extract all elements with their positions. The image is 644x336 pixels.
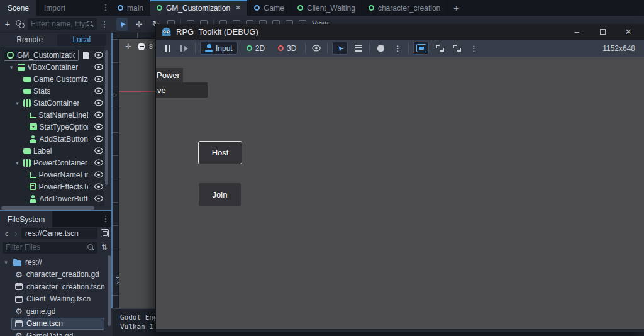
visibility-eye-icon[interactable] [93, 64, 104, 70]
file-row[interactable]: ⚙GameData.gd [0, 330, 107, 336]
split-view-icon[interactable] [101, 229, 109, 237]
attached-script-icon[interactable] [83, 52, 89, 59]
scene-tab-client_waiting[interactable]: Client_Waiting [291, 0, 362, 16]
pause-icon[interactable] [161, 42, 174, 55]
window-resize-border[interactable] [156, 329, 644, 332]
filesystem-menu-dots-icon[interactable]: ⋮ [101, 214, 110, 223]
visibility-eye-icon[interactable] [93, 135, 104, 142]
move-tool-icon[interactable]: ✛ [133, 20, 145, 29]
close-tab-icon[interactable]: ✕ [235, 4, 241, 12]
zoom-out-icon[interactable] [138, 43, 145, 50]
scene-tree-horizontal-scrollbar[interactable] [0, 206, 111, 210]
scene-tab-game[interactable]: Game [248, 0, 291, 16]
scene-tree-node[interactable]: Stats [0, 85, 104, 97]
visibility-eye-icon[interactable] [93, 171, 104, 178]
mode-3d-button[interactable]: 3D [274, 42, 301, 55]
sort-files-icon[interactable]: ⇅ [100, 243, 109, 252]
input-mode-button[interactable]: Input [200, 42, 238, 55]
visibility-eye-icon[interactable] [93, 99, 104, 106]
instance-scene-link-icon[interactable] [16, 20, 25, 28]
scene-tree-node[interactable]: Game Customization [0, 73, 104, 85]
window-titlebar[interactable]: RPG_Toolkit (DEBUG) – ✕ [156, 24, 644, 40]
local-button[interactable]: Local [57, 34, 107, 46]
visibility-eye-icon[interactable] [93, 183, 104, 190]
visibility-eye-icon[interactable] [93, 52, 104, 59]
file-row[interactable]: character_creation.tscn [0, 281, 107, 293]
add-node-icon[interactable]: + [3, 20, 13, 28]
scene-tree-node[interactable]: ▾PowerContainer [0, 157, 104, 169]
select-tool-icon[interactable]: ➤ [116, 18, 128, 31]
scene-tree-node[interactable]: StatTypeOptionButto [0, 121, 104, 133]
file-row[interactable]: Game.tscn [0, 318, 107, 330]
scrollbar-thumb[interactable] [108, 255, 111, 326]
visibility-eye-icon[interactable] [93, 76, 104, 82]
camera-override-button[interactable] [413, 42, 429, 55]
scene-tree-node[interactable]: PowerEffectsTextEdit [0, 181, 104, 193]
minimize-button[interactable]: – [566, 27, 587, 36]
add-scene-tab-button[interactable]: + [447, 0, 465, 16]
dock-menu-dots-icon[interactable]: ⋮ [101, 3, 110, 12]
tab-filesystem[interactable]: FileSystem [0, 211, 52, 227]
next-frame-icon[interactable] [178, 42, 191, 55]
visibility-eye-icon[interactable] [93, 147, 104, 154]
visibility-eye-icon[interactable] [93, 159, 104, 166]
fit-window-icon[interactable] [433, 42, 446, 55]
file-row[interactable]: ▾res:// [0, 256, 107, 269]
scene-tree-node[interactable]: AddPowerButton [0, 193, 104, 204]
hand-icon[interactable] [374, 42, 387, 55]
scene-tree-node[interactable]: AddStatButton [0, 133, 104, 145]
file-row[interactable]: Client_Waiting.tscn [0, 293, 107, 306]
select-mode-button[interactable]: ➤ [332, 42, 348, 55]
power-button[interactable]: Power [156, 68, 183, 82]
file-row[interactable]: ⚙game.gd [0, 305, 107, 318]
scrollbar-thumb[interactable] [1, 206, 94, 210]
scene-tree-node[interactable]: ▾VBoxContainer [0, 61, 104, 73]
scene-tree-node[interactable]: ▾StatContainer [0, 97, 104, 109]
menu-dots-icon[interactable]: ⋮ [467, 42, 480, 55]
file-row[interactable]: ⚙character_creation.gd [0, 269, 107, 281]
dock-splitter-vertical[interactable] [111, 33, 113, 308]
scene-tab-character_creation[interactable]: character_creation [362, 0, 447, 16]
fullscreen-icon[interactable] [450, 42, 463, 55]
history-back-icon[interactable]: ‹ [3, 230, 10, 237]
visibility-eye-icon[interactable] [93, 87, 104, 94]
scene-tree-vertical-scrollbar[interactable] [104, 49, 109, 206]
menu-dots-icon[interactable]: ⋮ [391, 42, 404, 55]
collapse-arrow-icon[interactable]: ▾ [3, 259, 9, 266]
center-view-icon[interactable]: ✛ [125, 42, 131, 51]
scene-tree-root-row[interactable]: GM_Customization [0, 49, 104, 61]
scene-tree-node[interactable]: Label [0, 145, 104, 157]
host-button[interactable]: Host [198, 141, 242, 164]
scene-filter-input[interactable]: Filter: name, t:type, [28, 18, 97, 30]
history-forward-icon[interactable]: › [12, 230, 19, 237]
fs-filter-input[interactable]: Filter Files [3, 242, 97, 254]
scrollbar-thumb[interactable] [105, 50, 108, 185]
remote-button[interactable]: Remote [5, 34, 55, 46]
close-button[interactable]: ✕ [618, 27, 639, 36]
eye-icon[interactable] [310, 42, 323, 55]
collapse-arrow-icon[interactable]: ▾ [8, 64, 15, 70]
visibility-eye-icon[interactable] [93, 111, 104, 118]
collapse-arrow-icon[interactable]: ▾ [14, 100, 21, 106]
visibility-eye-icon[interactable] [93, 195, 104, 202]
scene-tree-node[interactable]: PowerNameLineEdit [0, 169, 104, 181]
scene-tree-node[interactable]: StatNameLineEdit [0, 109, 104, 121]
tab-scene[interactable]: Scene [0, 0, 36, 16]
fs-path-input[interactable]: res://Game.tscn [21, 228, 97, 239]
scene-root-name-box[interactable]: GM_Customization [4, 50, 79, 61]
visibility-eye-icon[interactable] [311, 45, 322, 52]
save-button[interactable]: ve [156, 82, 208, 98]
filesystem-vertical-scrollbar[interactable] [107, 254, 111, 336]
scene-tab-gm_customization[interactable]: GM_Customization✕ [150, 0, 248, 16]
scene-menu-dots-icon[interactable]: ⋮ [100, 20, 109, 29]
select-list-icon[interactable] [352, 42, 365, 55]
node-name-label: Label [33, 147, 52, 155]
tab-import[interactable]: Import [36, 0, 73, 16]
scene-tab-main[interactable]: main [111, 0, 150, 16]
zoom-percent-label[interactable]: 8 [149, 43, 153, 50]
visibility-eye-icon[interactable] [93, 123, 104, 130]
maximize-button[interactable] [592, 27, 613, 36]
join-button[interactable]: Join [199, 183, 241, 206]
mode-2d-button[interactable]: 2D [242, 42, 269, 55]
collapse-arrow-icon[interactable]: ▾ [14, 160, 21, 166]
